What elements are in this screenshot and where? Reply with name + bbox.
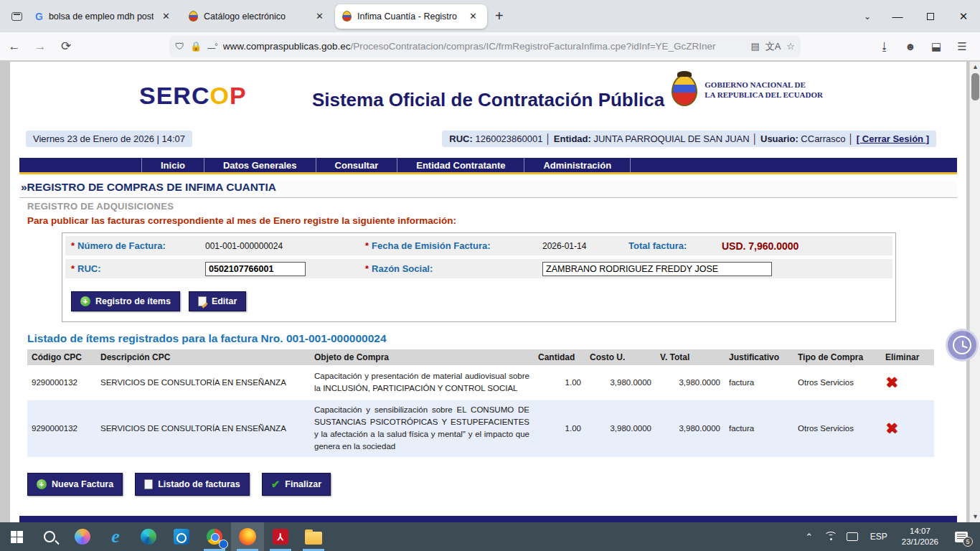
col-cantidad: Cantidad xyxy=(534,349,585,366)
cell-descripcion: SERVICIOS DE CONSULTORÍA EN ENSEÑANZA xyxy=(96,366,310,400)
col-codigo-cpc: Código CPC xyxy=(27,349,96,366)
ecuador-favicon xyxy=(189,11,198,22)
check-icon: ✔ xyxy=(271,478,281,491)
address-field[interactable]: 🛡 🔒 ⎼° www.compraspublicas.gob.ec/Proces… xyxy=(169,36,801,57)
start-button[interactable] xyxy=(0,522,33,551)
window-minimize-button[interactable]: — xyxy=(881,0,914,32)
cell-costo-u: 3,980.0000 xyxy=(585,400,656,458)
tray-chevron-icon[interactable]: ⌃ xyxy=(800,522,819,551)
new-tab-button[interactable]: + xyxy=(495,8,504,24)
nav-item-administracion[interactable]: Administración xyxy=(524,158,631,172)
page-title: »REGISTRO DE COMPRAS DE INFIMA CUANTIA xyxy=(19,181,957,198)
col-v-total: V. Total xyxy=(656,349,725,366)
firefox-icon xyxy=(239,528,256,545)
tab-close-icon[interactable]: ✕ xyxy=(313,10,326,22)
tab-infima-cuantia-active[interactable]: Infima Cuantía - Registro ✕ xyxy=(335,4,487,29)
scroll-up-icon[interactable]: ▲ xyxy=(970,62,980,72)
list-all-tabs-icon[interactable]: ⌄ xyxy=(854,11,881,22)
forward-button[interactable]: → xyxy=(29,35,52,58)
taskbar-acrobat-button[interactable]: ⅄ xyxy=(264,522,297,551)
col-descripcion-cpc: Descripción CPC xyxy=(96,349,310,366)
firefox-view-icon[interactable] xyxy=(6,6,27,27)
col-objeto-compra: Objeto de Compra xyxy=(310,349,534,366)
nav-item-datos-generales[interactable]: Datos Generales xyxy=(204,158,316,172)
editar-button[interactable]: Editar xyxy=(189,291,246,311)
taskbar-chrome-button[interactable] xyxy=(198,522,231,551)
translate-icon[interactable]: 文A xyxy=(765,40,781,53)
numero-factura-value: 001-001-000000024 xyxy=(205,241,359,251)
listado-facturas-button[interactable]: Listado de facturas xyxy=(135,473,250,496)
fecha-emision-label: *Fecha de Emisión Factura: xyxy=(359,240,542,251)
window-maximize-button[interactable] xyxy=(914,0,947,32)
tab-bolsa-de-empleo[interactable]: G bolsa de empleo mdh postular ✕ xyxy=(28,4,180,29)
lock-icon[interactable]: 🔒 xyxy=(190,41,202,52)
taskbar-outlook-button[interactable] xyxy=(165,522,198,551)
nav-item-consultar[interactable]: Consultar xyxy=(316,158,398,172)
permissions-icon[interactable]: ⎼° xyxy=(207,42,217,51)
registro-items-button[interactable]: +Registro de ítems xyxy=(71,291,180,311)
cell-v-total: 3,980.0000 xyxy=(656,400,725,458)
delete-item-icon[interactable]: ✖ xyxy=(885,374,898,391)
notification-center-button[interactable]: 5 xyxy=(947,522,976,551)
cast-display-icon[interactable] xyxy=(843,522,862,551)
taskbar-firefox-button[interactable] xyxy=(231,522,264,551)
menu-hamburger-icon[interactable]: ☰ xyxy=(951,36,973,57)
bookmark-star-icon[interactable]: ☆ xyxy=(786,41,795,52)
taskbar-explorer-button[interactable] xyxy=(297,522,330,551)
account-icon[interactable]: ☻ xyxy=(900,36,921,57)
tab-title: Catálogo electrónico xyxy=(204,11,307,22)
language-indicator[interactable]: ESP xyxy=(864,532,893,542)
nav-item-entidad-contratante[interactable]: Entidad Contratante xyxy=(397,158,524,172)
back-button[interactable]: ← xyxy=(3,35,26,58)
government-logo: GOBIERNO NACIONAL DE LA REPUBLICA DEL EC… xyxy=(672,75,823,106)
taskbar-edge-button[interactable] xyxy=(132,522,165,551)
tab-close-icon[interactable]: ✕ xyxy=(466,10,480,22)
acrobat-icon: ⅄ xyxy=(273,529,288,545)
razon-social-input[interactable] xyxy=(542,262,772,276)
shield-icon[interactable]: 🛡 xyxy=(175,41,184,52)
scroll-down-icon[interactable]: ▼ xyxy=(970,512,980,522)
delete-item-icon[interactable]: ✖ xyxy=(885,420,898,437)
cell-codigo: 9290000132 xyxy=(27,400,96,458)
finalizar-button[interactable]: ✔Finalizar xyxy=(262,473,331,496)
nav-item-inicio[interactable]: Inicio xyxy=(141,158,204,172)
taskbar-clock[interactable]: 14:07 23/1/2026 xyxy=(896,526,944,547)
window-close-button[interactable]: ✕ xyxy=(947,0,980,32)
taskbar-time: 14:07 xyxy=(902,526,938,537)
table-row: 9290000132 SERVICIOS DE CONSULTORÍA EN E… xyxy=(27,366,934,400)
nueva-factura-button[interactable]: +Nueva Factura xyxy=(27,473,123,496)
tab-close-icon[interactable]: ✕ xyxy=(159,10,173,22)
logout-link[interactable]: [ Cerrar Sesión ] xyxy=(857,133,929,144)
site-header: SERCOP Sistema Oficial de Contratación P… xyxy=(10,62,966,131)
required-marker: * xyxy=(71,240,75,251)
main-navigation: Inicio Datos Generales Consultar Entidad… xyxy=(19,158,957,174)
form-row-2: *RUC: *Razón Social: xyxy=(65,259,892,278)
clock-icon xyxy=(953,336,971,354)
google-favicon: G xyxy=(35,11,43,22)
folder-icon xyxy=(305,532,322,545)
gov-text-line1: GOBIERNO NACIONAL DE xyxy=(705,80,823,90)
table-header-row: Código CPC Descripción CPC Objeto de Com… xyxy=(27,349,934,366)
items-table: Código CPC Descripción CPC Objeto de Com… xyxy=(27,349,934,458)
cell-tipo-compra: Otros Servicios xyxy=(793,400,881,458)
url-domain: www.compraspublicas.gob.ec xyxy=(223,41,351,52)
downloads-icon[interactable]: ⭳ xyxy=(874,36,895,57)
invoice-form: *Número de Factura: 001-001-000000024 *F… xyxy=(62,232,896,322)
outlook-icon xyxy=(174,529,189,545)
cell-descripcion: SERVICIOS DE CONSULTORÍA EN ENSEÑANZA xyxy=(96,400,310,458)
taskbar-search-button[interactable] xyxy=(33,522,66,551)
url-text[interactable]: www.compraspublicas.gob.ec/ProcesoContra… xyxy=(223,41,745,52)
ruc-input[interactable] xyxy=(205,262,306,276)
reader-mode-icon[interactable]: ▤ xyxy=(750,41,759,52)
taskbar-copilot-button[interactable] xyxy=(66,522,99,551)
floating-timer-widget[interactable] xyxy=(946,329,979,362)
page-instruction: Para publicar las facturas correspondien… xyxy=(27,215,957,226)
page-scrollbar[interactable]: ▲ ▼ xyxy=(969,62,980,522)
reload-button[interactable]: ⟳ xyxy=(55,35,77,58)
browser-url-bar: ← → ⟳ 🛡 🔒 ⎼° www.compraspublicas.gob.ec/… xyxy=(0,32,980,61)
scrollbar-thumb[interactable] xyxy=(971,73,979,100)
taskbar-internet-explorer-button[interactable]: e xyxy=(99,522,132,551)
tab-catalogo-electronico[interactable]: Catálogo electrónico ✕ xyxy=(182,4,334,29)
extensions-icon[interactable]: ⬓ xyxy=(925,36,947,57)
wifi-icon[interactable] xyxy=(821,522,840,551)
